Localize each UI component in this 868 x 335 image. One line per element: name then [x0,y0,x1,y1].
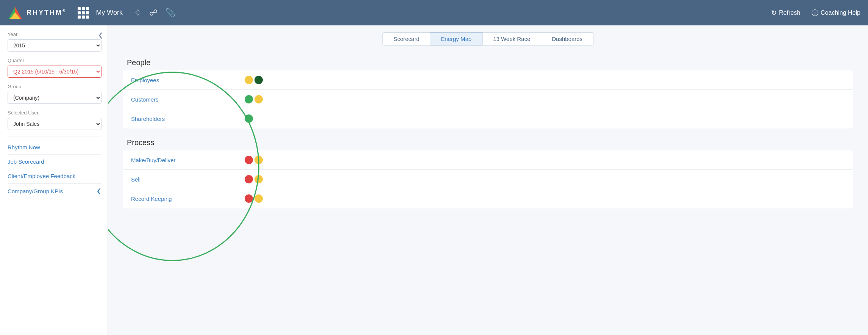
process-table: Make/Buy/Deliver Sell [123,150,853,208]
clipboard-icon[interactable]: ☍ [149,8,158,18]
dot-yellow [254,175,263,183]
customers-dots [237,90,659,109]
employees-dots [237,70,659,90]
chevron-left-icon: ❮ [97,188,101,194]
customers-label[interactable]: Customers [123,90,237,109]
people-section-title: People [123,55,853,70]
tab-bar: Scorecard Energy Map 13 Week Race Dashbo… [108,25,868,51]
refresh-button[interactable]: ↻ Refresh [771,9,800,17]
shareholders-label[interactable]: Shareholders [123,109,237,128]
chat-icon[interactable]: ♢ [134,8,142,18]
record-keeping-label[interactable]: Record Keeping [123,189,237,208]
table-row: Sell [123,170,853,189]
rhythm-logo-icon [8,6,23,20]
my-work-link[interactable]: My Work [96,9,123,17]
sidebar-item-company-kpis[interactable]: Company/Group KPIs ❮ [8,183,101,198]
sidebar-divider [8,136,101,136]
selected-user-label: Selected User [8,110,101,116]
table-row: Record Keeping [123,189,853,208]
refresh-icon: ↻ [771,9,777,17]
process-section-title: Process [123,135,853,150]
sell-label[interactable]: Sell [123,170,237,189]
group-select[interactable]: (Company) [8,92,101,104]
customers-dot-group [245,95,651,103]
table-row: Shareholders [123,109,853,128]
tab-13-week-race[interactable]: 13 Week Race [482,32,541,45]
help-icon: ⓘ [812,8,818,17]
content-area: People Employees Custome [108,51,868,226]
make-buy-deliver-dot-group [245,156,651,164]
nav-icon-group: ♢ ☍ 📎 [134,8,175,18]
record-keeping-dots [237,189,659,208]
coaching-help-button[interactable]: ⓘ Coaching Help [812,8,860,17]
grid-menu-icon[interactable] [78,7,89,19]
dot-yellow [254,156,263,164]
sidebar-collapse-icon[interactable]: ❮ [98,31,103,39]
shareholders-dot-group [245,114,651,123]
dot-yellow [254,95,263,103]
dot-green [245,114,253,123]
logo-text: RHYTHM® [27,9,66,17]
group-label: Group [8,84,101,89]
table-row: Employees [123,70,853,90]
tab-scorecard[interactable]: Scorecard [382,32,430,45]
dot-red [245,156,253,164]
paperclip-icon[interactable]: 📎 [165,8,175,18]
logo-area: RHYTHM® [8,6,66,20]
main-content: Scorecard Energy Map 13 Week Race Dashbo… [108,25,868,335]
dot-yellow [254,194,263,203]
dot-green [245,95,253,103]
sidebar: ❮ Year 2015 Quarter Q2 2015 (5/10/15 - 6… [0,25,108,335]
quarter-section: Quarter Q2 2015 (5/10/15 - 6/30/15) [8,58,101,78]
record-keeping-dot-group [245,194,651,203]
top-navigation: RHYTHM® My Work ♢ ☍ 📎 ↻ Refresh ⓘ Coachi… [0,0,868,25]
sell-dots [237,170,659,189]
year-section: Year 2015 [8,31,101,52]
group-section: Group (Company) [8,84,101,104]
tab-dashboards[interactable]: Dashboards [541,32,593,45]
sidebar-item-client-feedback[interactable]: Client/Employee Feedback [8,169,101,183]
table-row: Customers [123,90,853,109]
employees-dot-group [245,76,651,84]
main-layout: ❮ Year 2015 Quarter Q2 2015 (5/10/15 - 6… [0,25,868,335]
quarter-label: Quarter [8,58,101,63]
sidebar-item-job-scorecard[interactable]: Job Scorecard [8,155,101,169]
nav-right-group: ↻ Refresh ⓘ Coaching Help [771,8,860,17]
sidebar-item-rhythm-now[interactable]: Rhythm Now [8,140,101,155]
dot-dark-green [254,76,263,84]
year-label: Year [8,31,101,37]
tab-energy-map[interactable]: Energy Map [430,32,482,45]
table-row: Make/Buy/Deliver [123,150,853,170]
make-buy-deliver-dots [237,150,659,170]
selected-user-section: Selected User John Sales [8,110,101,130]
shareholders-dots [237,109,659,128]
selected-user-select[interactable]: John Sales [8,118,101,130]
year-select[interactable]: 2015 [8,39,101,52]
employees-label[interactable]: Employees [123,70,237,90]
dot-red [245,175,253,183]
make-buy-deliver-label[interactable]: Make/Buy/Deliver [123,150,237,170]
dot-red [245,194,253,203]
quarter-select[interactable]: Q2 2015 (5/10/15 - 6/30/15) [8,66,101,78]
sell-dot-group [245,175,651,183]
people-table: Employees Customers [123,70,853,128]
dot-yellow [245,76,253,84]
